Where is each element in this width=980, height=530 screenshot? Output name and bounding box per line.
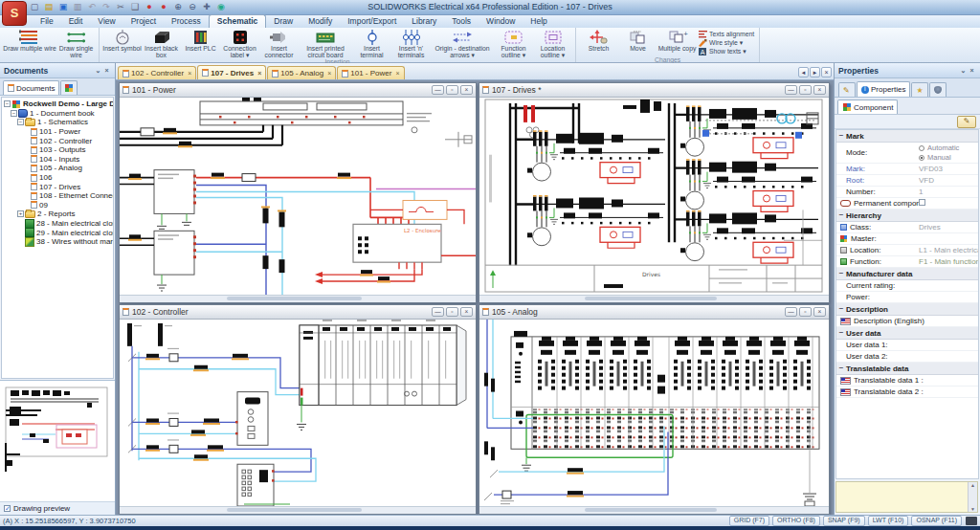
insert-symbol-button[interactable]: Insert symbol (102, 29, 142, 52)
scroll-up-icon[interactable]: ▲ (969, 482, 977, 488)
wire-style-button[interactable]: Wire style ▾ (699, 38, 754, 47)
menu-import-export[interactable]: Import/Export (340, 15, 404, 28)
save-icon[interactable] (57, 1, 69, 12)
cut-icon[interactable] (115, 1, 126, 12)
window-title-bar[interactable]: 101 - Power (120, 83, 476, 98)
minimize-icon[interactable] (785, 85, 797, 95)
record-icon[interactable] (144, 1, 155, 12)
view-icon[interactable] (215, 1, 227, 12)
minimize-icon[interactable] (432, 85, 444, 95)
window-101-power[interactable]: 101 - Power (119, 82, 477, 303)
row-translatable-2[interactable]: Translatable data 2 : (836, 386, 978, 398)
restore-icon[interactable] (799, 85, 812, 95)
zoom-in-icon[interactable] (172, 1, 184, 12)
schematic-canvas-analog[interactable] (479, 320, 829, 506)
tree-item-105-analog[interactable]: 105 - Analog (2, 164, 113, 173)
open-icon[interactable] (43, 1, 55, 12)
tree-item-schematics[interactable]: 1 - Schematics (2, 118, 113, 127)
window-title-bar[interactable]: 102 - Controller (120, 305, 476, 320)
osnap-toggle-button[interactable]: OSNAP (F11) (911, 516, 962, 526)
stretch-button[interactable]: Stretch (579, 29, 618, 52)
row-location[interactable]: Location: L1 - Main electrical closet (836, 245, 978, 256)
tree-item-project[interactable]: Rockwell Demo - Large Discret (2, 99, 113, 109)
close-tab-icon[interactable] (395, 70, 399, 77)
tree-item-document-book[interactable]: 1 - Document book (2, 109, 113, 119)
close-icon[interactable] (968, 66, 976, 75)
row-user-data-2[interactable]: User data 2: (836, 351, 978, 363)
collapse-icon[interactable] (836, 210, 846, 220)
doc-tab-102-controller[interactable]: 102 - Controller (118, 66, 196, 79)
window-102-controller[interactable]: 102 - Controller (119, 304, 477, 515)
close-tab-icon[interactable] (327, 70, 331, 77)
record2-icon[interactable] (158, 1, 169, 12)
tab-components[interactable] (60, 80, 78, 95)
radio-icon[interactable] (919, 155, 924, 161)
row-current-rating[interactable]: Current rating: (836, 280, 978, 292)
collapse-icon[interactable] (836, 131, 846, 141)
expander-icon[interactable] (4, 100, 11, 107)
minimize-icon[interactable] (785, 307, 797, 317)
section-user-data[interactable]: User data (836, 327, 978, 340)
tree-item-38-wires[interactable]: 38 - Wires without mark (2, 237, 113, 247)
scroll-tabs-right-icon[interactable] (810, 67, 820, 77)
move-button[interactable]: Move (618, 29, 657, 52)
schematic-canvas-drives[interactable]: Drives (479, 98, 829, 295)
insert-black-box-button[interactable]: Insert black box (142, 29, 181, 58)
horizontal-scrollbar[interactable] (120, 506, 476, 514)
section-mark[interactable]: Mark (836, 130, 978, 143)
expander-icon[interactable] (11, 110, 17, 117)
close-document-icon[interactable] (821, 67, 832, 77)
multiple-copy-button[interactable]: + Multiple copy (657, 29, 697, 52)
edit-component-button[interactable] (957, 116, 976, 128)
row-number[interactable]: Number: 1 (836, 187, 978, 198)
close-icon[interactable] (102, 66, 111, 75)
tab-documents[interactable]: Documents (3, 80, 59, 95)
close-tab-icon[interactable] (188, 70, 191, 77)
close-icon[interactable] (813, 307, 826, 317)
menu-help[interactable]: Help (523, 15, 554, 28)
snap-toggle-button[interactable]: SNAP (F9) (823, 516, 865, 526)
function-outline-button[interactable]: Function outline ▾ (494, 29, 533, 58)
menu-modify[interactable]: Modify (301, 15, 340, 28)
redo-icon[interactable] (100, 1, 112, 12)
insert-n-terminals-button[interactable]: Insert 'n' terminals (391, 29, 431, 58)
row-power[interactable]: Power: (836, 292, 978, 303)
tree-item-101-power[interactable]: 101 - Power (2, 127, 113, 137)
tree-item-09[interactable]: 09 (2, 201, 113, 210)
checkbox-icon[interactable] (4, 505, 11, 512)
doc-tab-101-power[interactable]: 101 - Power (337, 66, 404, 79)
section-hierarchy[interactable]: Hierarchy (836, 210, 978, 222)
insert-connector-button[interactable]: Insert connector (259, 29, 299, 58)
restore-icon[interactable] (446, 85, 458, 95)
expander-icon[interactable] (17, 210, 24, 217)
insert-terminal-button[interactable]: Insert terminal (352, 29, 391, 58)
show-texts-button[interactable]: A Show texts ▾ (699, 47, 754, 55)
row-function[interactable]: Function: F1 - Main function (836, 256, 978, 268)
tree-item-107-drives[interactable]: 107 - Drives (2, 182, 113, 191)
connection-label-button[interactable]: Connection label ▾ (220, 29, 259, 58)
window-title-bar[interactable]: 107 - Drives * (479, 83, 829, 98)
doc-tab-105-analog[interactable]: 105 - Analog (267, 66, 336, 79)
horizontal-scrollbar[interactable] (479, 295, 829, 302)
row-translatable-1[interactable]: Translatable data 1 : (836, 375, 978, 386)
restore-icon[interactable] (799, 307, 812, 317)
menu-draw[interactable]: Draw (266, 15, 301, 28)
radio-icon[interactable] (919, 145, 924, 151)
draw-single-wire-button[interactable]: Draw single wire (56, 29, 96, 58)
row-root[interactable]: Root: VFD (836, 175, 978, 187)
menu-window[interactable]: Window (479, 15, 523, 28)
zoom-out-icon[interactable] (187, 1, 198, 12)
texts-alignment-button[interactable]: Texts alignment (699, 30, 754, 38)
menu-tools[interactable]: Tools (444, 15, 479, 28)
row-description-english[interactable]: Description (English) (836, 316, 978, 327)
copy-icon[interactable] (129, 1, 141, 12)
printer-icon[interactable] (966, 517, 977, 525)
tab-edit[interactable] (838, 82, 856, 97)
insert-pcb-button[interactable]: Insert printed circuit board (299, 29, 352, 58)
insert-plc-button[interactable]: Insert PLC (181, 29, 220, 52)
new-file-icon[interactable] (29, 1, 40, 12)
restore-icon[interactable] (446, 307, 458, 317)
section-translatable-data[interactable]: Translatable data (836, 363, 978, 375)
doc-tab-107-drives[interactable]: 107 - Drives (197, 65, 266, 79)
lwt-toggle-button[interactable]: LWT (F10) (868, 516, 909, 526)
